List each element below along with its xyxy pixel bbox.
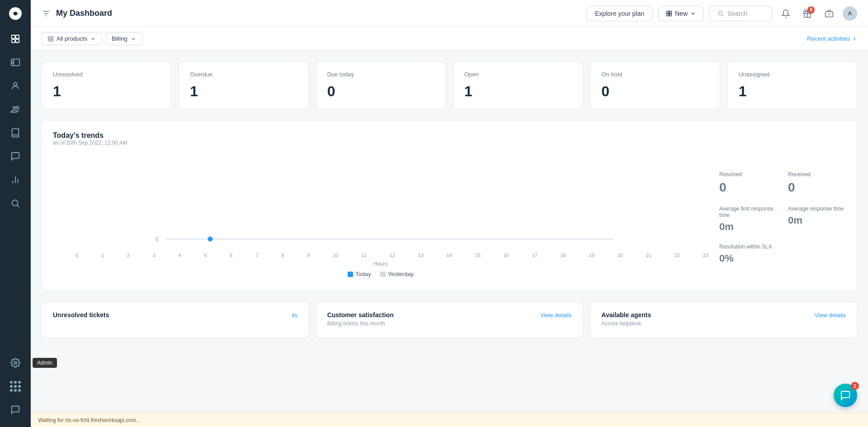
bottom-card-header-2: Available agents View details: [601, 311, 846, 319]
sidebar-item-apps[interactable]: [0, 375, 31, 398]
sidebar-item-home[interactable]: [0, 27, 31, 51]
gift-badge: 9: [807, 6, 815, 14]
received-label: Received: [788, 171, 846, 178]
view-details-2[interactable]: View details: [815, 312, 846, 319]
stat-card-5[interactable]: Unassigned 1: [727, 61, 857, 109]
sidebar: Admin: [0, 0, 31, 427]
all-products-dropdown[interactable]: All products: [42, 32, 102, 45]
sidebar-item-tickets[interactable]: [0, 51, 31, 74]
topbar-actions: Explore your plan New Search: [586, 5, 857, 22]
bottom-section: Unresolved tickets ils Customer satisfac…: [42, 302, 857, 338]
resolved-value: 0: [719, 180, 777, 195]
stat-cards: Unresolved 1 Overdue 1 Due today 0 Open …: [42, 61, 857, 109]
svg-point-1: [14, 12, 17, 15]
sidebar-logo[interactable]: [0, 0, 31, 27]
svg-rect-5: [16, 39, 19, 42]
stat-label-2: Due today: [327, 71, 434, 78]
legend-today: Today: [348, 271, 371, 277]
stat-label-4: On hold: [601, 71, 708, 78]
sidebar-item-knowledge[interactable]: [0, 121, 31, 145]
svg-point-8: [13, 107, 16, 109]
chat-fab[interactable]: 1: [834, 384, 857, 407]
bottom-card-sub-1: Billing tickets this month: [327, 320, 572, 327]
svg-text:0: 0: [156, 236, 159, 243]
chart-legend: Today Yesterday: [53, 271, 708, 277]
sidebar-bottom: Admin: [0, 351, 31, 427]
sidebar-item-groups[interactable]: [0, 98, 31, 121]
trends-title: Today's trends: [53, 131, 846, 140]
content-area: Unresolved 1 Overdue 1 Due today 0 Open …: [31, 51, 868, 427]
chart-stats: Resolved 0 Received 0 Average first resp…: [719, 153, 846, 280]
bottom-card-header-0: Unresolved tickets ils: [53, 311, 297, 319]
chart-area: 0 01234567891011121314151617181920212223…: [53, 153, 708, 280]
svg-point-23: [718, 11, 722, 15]
legend-yesterday: Yesterday: [380, 271, 414, 277]
avg-response-value: 0m: [788, 215, 846, 226]
svg-rect-19: [667, 11, 669, 13]
x-axis-label: Hours: [53, 261, 708, 267]
new-button[interactable]: New: [658, 6, 703, 21]
sidebar-item-chat[interactable]: [0, 398, 31, 422]
stat-value-1: 1: [190, 83, 297, 100]
all-products-label: All products: [57, 35, 87, 42]
svg-point-13: [12, 200, 18, 206]
trends-chart: 0: [53, 153, 708, 253]
gift-icon[interactable]: 9: [799, 5, 816, 22]
svg-rect-3: [16, 35, 19, 38]
stat-value-3: 1: [464, 83, 571, 100]
stat-card-0[interactable]: Unresolved 1: [42, 61, 171, 109]
filter-icon[interactable]: [42, 9, 51, 18]
resolved-label: Resolved: [719, 171, 777, 178]
trends-header: Today's trends as of 20th Sep 2022, 12:0…: [53, 131, 846, 146]
bottom-card-title-0: Unresolved tickets: [53, 311, 109, 319]
svg-rect-30: [48, 36, 50, 38]
bottom-card-0: Unresolved tickets ils: [42, 302, 309, 338]
bottom-card-title-1: Customer satisfaction: [327, 311, 394, 319]
view-details-0[interactable]: ils: [292, 312, 297, 319]
view-details-1[interactable]: View details: [540, 312, 571, 319]
notification-bell[interactable]: [778, 5, 794, 22]
recent-activities-link[interactable]: Recent activities: [807, 35, 857, 42]
svg-point-37: [208, 237, 212, 241]
stat-label-5: Unassigned: [739, 71, 846, 78]
resolved-stat: Resolved 0: [719, 171, 777, 195]
suitcase-icon[interactable]: [821, 5, 837, 22]
avg-first-value: 0m: [719, 221, 777, 233]
stat-value-2: 0: [327, 83, 434, 100]
sidebar-item-search[interactable]: [0, 192, 31, 215]
billing-label: Billing: [112, 35, 127, 42]
fab-badge: 1: [851, 382, 859, 390]
svg-rect-32: [48, 39, 50, 41]
user-avatar[interactable]: A: [843, 6, 857, 21]
stat-value-0: 1: [53, 83, 160, 100]
billing-dropdown[interactable]: Billing: [106, 32, 142, 45]
stat-card-2[interactable]: Due today 0: [316, 61, 446, 109]
svg-line-14: [17, 205, 19, 207]
trends-section: Today's trends as of 20th Sep 2022, 12:0…: [42, 120, 857, 291]
svg-rect-4: [12, 39, 15, 42]
svg-rect-31: [51, 36, 53, 38]
bottom-card-title-2: Available agents: [601, 311, 651, 319]
resolution-sla-value: 0%: [719, 253, 846, 264]
received-stat: Received 0: [788, 171, 846, 195]
subnav: All products Billing Recent activities: [31, 27, 868, 51]
stat-card-1[interactable]: Overdue 1: [179, 61, 308, 109]
avg-first-stat: Average first response time 0m: [719, 206, 777, 233]
resolution-sla-label: Resolution within SLA: [719, 244, 846, 250]
explore-plan-button[interactable]: Explore your plan: [586, 6, 653, 21]
sidebar-item-conversations[interactable]: [0, 145, 31, 168]
svg-point-9: [16, 107, 19, 109]
search-button[interactable]: Search: [709, 6, 772, 21]
dot-grid-icon: [10, 381, 21, 392]
avg-first-label: Average first response time: [719, 206, 777, 218]
sidebar-item-reports[interactable]: [0, 168, 31, 192]
stat-card-4[interactable]: On hold 0: [590, 61, 720, 109]
bottom-card-header-1: Customer satisfaction View details: [327, 311, 572, 319]
avg-response-label: Average response time: [788, 206, 846, 212]
sidebar-item-admin[interactable]: Admin: [0, 351, 31, 375]
bottom-card-2: Available agents View details Across hel…: [590, 302, 857, 338]
main-content: My Dashboard Explore your plan New Searc…: [31, 0, 868, 427]
sidebar-item-contacts[interactable]: [0, 74, 31, 98]
bottom-card-sub-2: Across helpdesk: [601, 320, 846, 327]
stat-card-3[interactable]: Open 1: [453, 61, 583, 109]
